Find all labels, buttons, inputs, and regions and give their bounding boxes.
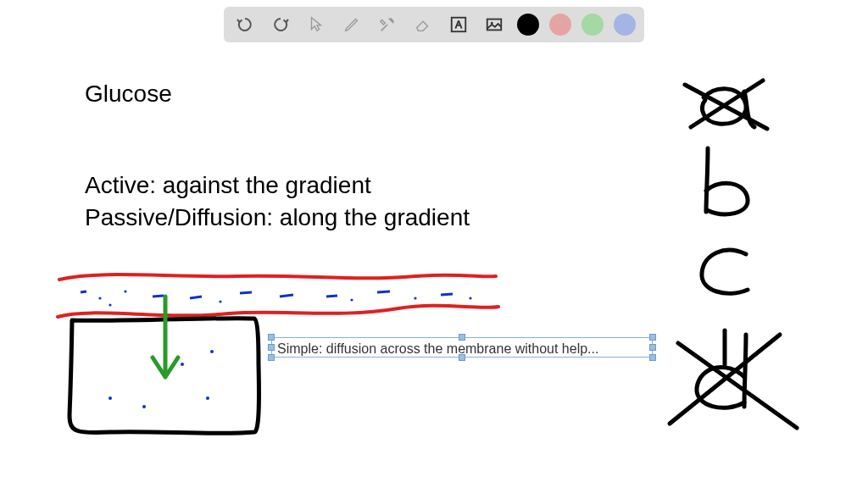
image-icon bbox=[485, 15, 504, 34]
svg-point-12 bbox=[181, 363, 184, 366]
pencil-icon bbox=[342, 15, 361, 34]
color-swatch-red[interactable] bbox=[549, 14, 571, 36]
pointer-tool[interactable] bbox=[303, 12, 329, 37]
svg-point-11 bbox=[142, 405, 146, 408]
color-swatch-blue[interactable] bbox=[614, 14, 636, 36]
svg-point-8 bbox=[414, 297, 416, 299]
svg-point-7 bbox=[350, 298, 353, 301]
resize-handle-ne[interactable] bbox=[649, 334, 656, 341]
passive-line-text: Passive/Diffusion: along the gradient bbox=[85, 202, 470, 234]
textbox-selected[interactable]: Simple: diffusion across the membrane wi… bbox=[271, 337, 653, 358]
color-swatch-black[interactable] bbox=[517, 14, 539, 36]
redo-button[interactable] bbox=[268, 12, 293, 37]
pointer-icon bbox=[307, 15, 326, 34]
redo-icon bbox=[270, 14, 291, 35]
pencil-tool[interactable] bbox=[339, 12, 364, 37]
eraser-icon bbox=[414, 15, 432, 34]
svg-point-4 bbox=[108, 303, 111, 306]
svg-point-14 bbox=[206, 396, 209, 400]
image-tool[interactable] bbox=[481, 12, 507, 37]
active-line-text: Active: against the gradient bbox=[85, 169, 371, 202]
svg-point-13 bbox=[210, 350, 214, 353]
toolbar bbox=[224, 7, 644, 42]
resize-handle-sw[interactable] bbox=[268, 354, 275, 361]
resize-handle-nw[interactable] bbox=[268, 334, 275, 341]
svg-point-10 bbox=[108, 396, 112, 400]
canvas-drawings bbox=[0, 0, 868, 488]
resize-handle-se[interactable] bbox=[649, 354, 656, 361]
textbox-content: Simple: diffusion across the membrane wi… bbox=[277, 341, 598, 356]
resize-handle-s[interactable] bbox=[459, 354, 465, 361]
undo-button[interactable] bbox=[232, 12, 258, 37]
svg-point-5 bbox=[124, 290, 126, 292]
title-text: Glucose bbox=[85, 78, 172, 110]
resize-handle-e[interactable] bbox=[649, 344, 656, 351]
svg-point-9 bbox=[469, 297, 471, 299]
text-tool[interactable] bbox=[446, 12, 471, 37]
resize-handle-n[interactable] bbox=[459, 334, 465, 341]
eraser-tool[interactable] bbox=[410, 12, 436, 37]
hammer-wrench-icon bbox=[378, 15, 397, 34]
text-icon bbox=[449, 15, 468, 34]
resize-handle-w[interactable] bbox=[268, 344, 275, 351]
svg-point-3 bbox=[98, 297, 101, 299]
svg-point-6 bbox=[219, 300, 221, 302]
undo-icon bbox=[235, 14, 255, 35]
tools-button[interactable] bbox=[375, 12, 400, 37]
color-swatch-green[interactable] bbox=[581, 14, 604, 36]
